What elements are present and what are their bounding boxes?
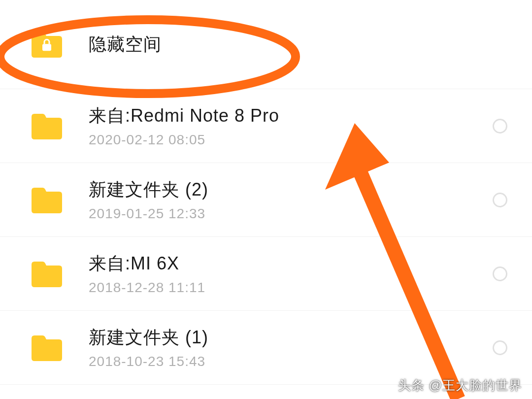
select-radio[interactable] bbox=[493, 119, 507, 133]
folder-icon bbox=[30, 185, 64, 215]
folder-icon bbox=[30, 259, 64, 289]
folder-title: 新建文件夹 (2) bbox=[89, 178, 493, 202]
folder-date: 2019-01-25 12:33 bbox=[89, 206, 493, 222]
folder-text: 来自:Redmi Note 8 Pro 2020-02-12 08:05 bbox=[89, 104, 493, 148]
folder-title: 来自:Redmi Note 8 Pro bbox=[89, 104, 493, 128]
folder-text: 隐藏空间 bbox=[89, 33, 512, 57]
folder-date: 2018-12-28 11:11 bbox=[89, 280, 493, 296]
folder-text: 新建文件夹 (2) 2019-01-25 12:33 bbox=[89, 178, 493, 222]
folder-title: 新建文件夹 (1) bbox=[89, 326, 493, 350]
folder-item-redmi[interactable]: 来自:Redmi Note 8 Pro 2020-02-12 08:05 bbox=[0, 89, 532, 163]
lock-icon bbox=[41, 38, 52, 51]
folder-item-newfolder2[interactable]: 新建文件夹 (2) 2019-01-25 12:33 bbox=[0, 163, 532, 237]
folder-date: 2020-02-12 08:05 bbox=[89, 132, 493, 148]
select-radio[interactable] bbox=[493, 266, 507, 281]
folder-item-hidden-space[interactable]: 隐藏空间 bbox=[0, 0, 532, 89]
folder-icon bbox=[30, 30, 64, 59]
folder-icon bbox=[30, 333, 64, 363]
svg-rect-0 bbox=[42, 44, 51, 51]
folder-title: 隐藏空间 bbox=[89, 33, 512, 57]
folder-text: 来自:MI 6X 2018-12-28 11:11 bbox=[89, 252, 493, 296]
watermark-text: 头条 @王大脸的世界 bbox=[398, 377, 522, 394]
folder-title: 来自:MI 6X bbox=[89, 252, 493, 276]
folder-list: 隐藏空间 来自:Redmi Note 8 Pro 2020-02-12 08:0… bbox=[0, 0, 532, 385]
folder-date: 2018-10-23 15:43 bbox=[89, 354, 493, 369]
select-radio[interactable] bbox=[493, 193, 507, 207]
folder-item-mi6x[interactable]: 来自:MI 6X 2018-12-28 11:11 bbox=[0, 237, 532, 311]
folder-item-newfolder1[interactable]: 新建文件夹 (1) 2018-10-23 15:43 bbox=[0, 311, 532, 385]
select-radio[interactable] bbox=[493, 340, 507, 355]
folder-icon bbox=[30, 111, 64, 141]
folder-text: 新建文件夹 (1) 2018-10-23 15:43 bbox=[89, 326, 493, 369]
